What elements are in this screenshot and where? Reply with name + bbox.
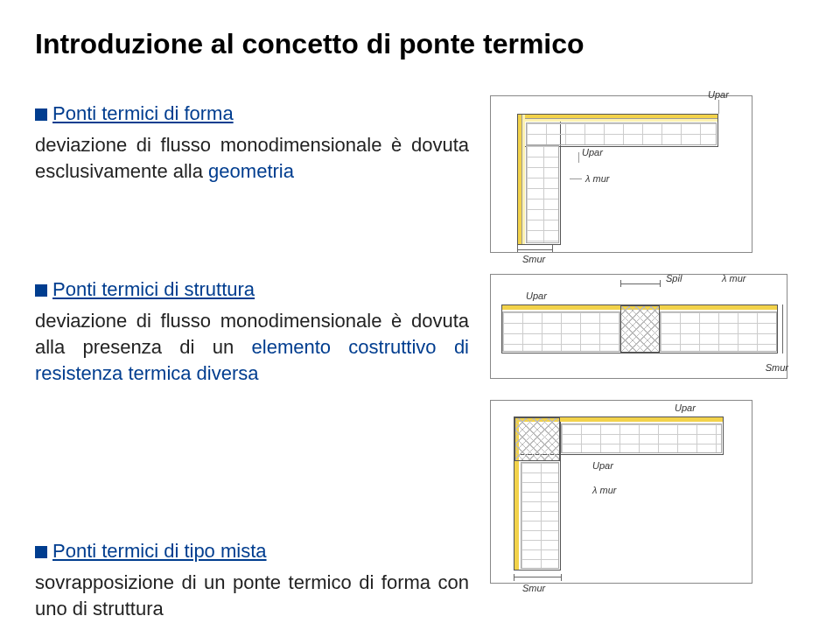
right-column: Upar Upar λ mur Smur Upar Spil λ mur Smu… [490,95,805,622]
content: Ponti termici di forma deviazione di flu… [35,95,805,622]
bullet-icon [35,284,47,297]
label-upar: Upar [675,402,696,413]
body-pre: sovrapposizione di un ponte termico di f… [35,571,469,620]
label-upar: Upar [526,290,547,301]
label-upar: Upar [708,89,729,100]
heading-text: Ponti termici di tipo mista [52,540,267,563]
heading-text: Ponti termici di forma [52,102,234,125]
heading-forma: Ponti termici di forma [35,102,469,132]
diagram-mista: Upar Upar λ mur Smur [490,400,752,584]
left-column: Ponti termici di forma deviazione di flu… [35,95,469,622]
diagram-struttura: Upar Spil λ mur Smur [490,274,788,379]
label-lambda: λ mur [592,485,616,495]
diagram-forma: Upar Upar λ mur Smur [490,95,752,253]
heading-struttura: Ponti termici di struttura [35,278,469,308]
label-spil: Spil [666,273,682,284]
body-forma: deviazione di flusso monodimensionale è … [35,132,469,184]
body-blue: geometria [208,160,294,182]
body-mista: sovrapposizione di un ponte termico di f… [35,570,469,621]
label-smur: Smur [522,583,545,593]
bullet-icon [35,546,47,558]
label-lambda: λ mur [722,273,746,284]
label-smur: Smur [522,254,545,264]
label-smur: Smur [766,362,788,373]
label-upar2: Upar [582,147,603,158]
section-struttura: Ponti termici di struttura deviazione di… [35,278,469,386]
label-upar2: Upar [592,460,613,471]
section-mista: Ponti termici di tipo mista sovrapposizi… [35,540,469,621]
page-title: Introduzione al concetto di ponte termic… [35,28,805,60]
label-lambda: λ mur [585,173,609,184]
body-struttura: deviazione di flusso monodimensionale è … [35,308,469,386]
heading-text: Ponti termici di struttura [52,278,255,301]
heading-mista: Ponti termici di tipo mista [35,540,469,570]
section-forma: Ponti termici di forma deviazione di flu… [35,102,469,184]
bullet-icon [35,108,47,121]
